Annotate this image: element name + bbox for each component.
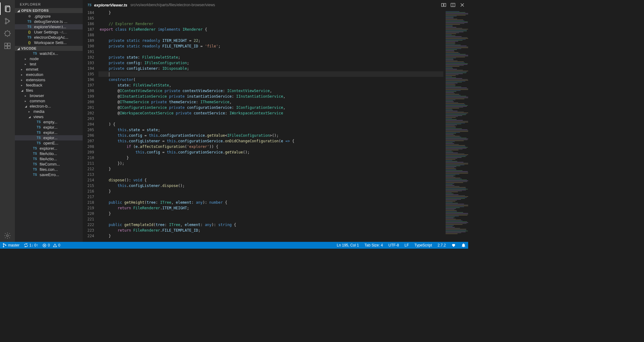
extensions-activity-icon[interactable] — [0, 40, 15, 52]
debug-activity-icon[interactable] — [0, 27, 15, 40]
tree-folder[interactable]: ▸node — [15, 56, 83, 61]
open-editors-label: OPEN EDITORS — [21, 9, 49, 12]
tree-file[interactable]: TSexplor... — [15, 125, 83, 130]
chevron-icon: ▸ — [21, 68, 24, 71]
tree-item-label: common — [30, 99, 45, 103]
tree-folder[interactable]: ◢views — [15, 114, 83, 119]
ts-file-icon: TS — [32, 168, 38, 171]
scm-activity-icon[interactable] — [0, 15, 15, 27]
open-editor-item[interactable]: TSdebugService.ts ... — [15, 19, 83, 24]
json-file-icon: {} — [26, 41, 33, 44]
svg-point-2 — [5, 18, 7, 20]
tree-item-label: openE... — [43, 141, 58, 145]
gear-file-icon: ⚙ — [26, 15, 33, 18]
editor-body[interactable]: 1841851861871881891901911921931941951961… — [83, 10, 468, 242]
tree-file[interactable]: TSopenE... — [15, 140, 83, 146]
file-name: electronDebugAc... — [34, 35, 68, 40]
tree-file[interactable]: TSfiles.con... — [15, 167, 83, 172]
explorer-sidebar: EXPLORER ◢ OPEN EDITORS ⚙.gitignoreTSdeb… — [15, 0, 83, 242]
file-name: debugService.ts ... — [34, 19, 67, 24]
chevron-icon: ◢ — [21, 89, 24, 92]
svg-rect-9 — [8, 46, 10, 49]
language-mode-status[interactable]: TypeScript — [415, 243, 432, 247]
tree-file[interactable]: TSsaveErro... — [15, 172, 83, 177]
problems-status[interactable]: 0 0 — [42, 243, 60, 247]
tree-folder[interactable]: ▸common — [15, 98, 83, 104]
workspace-header[interactable]: ◢ VSCODE — [15, 46, 83, 51]
tab-path: src/vs/workbench/parts/files/electron-br… — [130, 3, 215, 7]
minimap[interactable] — [443, 10, 468, 242]
workspace-label: VSCODE — [21, 47, 37, 50]
tab-size-status[interactable]: Tab Size: 4 — [364, 243, 383, 247]
editor-tab[interactable]: TS explorerViewer.ts src/vs/workbench/pa… — [86, 3, 215, 7]
ts-file-icon: TS — [26, 20, 33, 23]
svg-point-3 — [5, 23, 7, 24]
tree-folder[interactable]: ▸test — [15, 61, 83, 67]
tree-file[interactable]: TSexplorer... — [15, 146, 83, 151]
activity-bar — [0, 0, 15, 242]
feedback-icon[interactable] — [451, 243, 456, 247]
tree-file[interactable]: TSwatchEx... — [15, 51, 83, 56]
open-editor-item[interactable]: {}User Settings~/L... — [15, 29, 83, 35]
code-content[interactable]: } // Explorer Rendererexport class FileR… — [98, 10, 443, 242]
tree-item-label: explor... — [43, 125, 58, 130]
file-path: ~/L... — [59, 30, 67, 34]
tree-file[interactable]: TSfileActio... — [15, 156, 83, 162]
open-editor-item[interactable]: TSexplorerViewer.t... — [15, 24, 83, 29]
tree-folder[interactable]: ◢files — [15, 88, 83, 93]
file-name: .gitignore — [34, 14, 50, 19]
tree-item-label: extensions — [26, 78, 45, 82]
chevron-icon: ◢ — [25, 105, 28, 108]
file-name: Workspace Setti... — [34, 40, 67, 45]
open-editor-item[interactable]: ⚙.gitignore — [15, 14, 83, 19]
git-branch-status[interactable]: master — [2, 243, 20, 247]
chevron-down-icon: ◢ — [17, 9, 20, 12]
eol-status[interactable]: LF — [405, 243, 409, 247]
tree-item-label: views — [33, 114, 44, 119]
cursor-position-status[interactable]: Ln 195, Col 1 — [337, 243, 359, 247]
svg-rect-11 — [442, 3, 443, 7]
encoding-status[interactable]: UTF-8 — [389, 243, 399, 247]
svg-point-15 — [3, 243, 4, 244]
close-editor-icon[interactable] — [459, 2, 466, 8]
compare-changes-icon[interactable] — [440, 2, 447, 8]
tree-folder[interactable]: ▸feedback — [15, 82, 83, 88]
tree-folder[interactable]: ▸browser — [15, 93, 83, 98]
tree-folder[interactable]: ▸media — [15, 109, 83, 114]
svg-rect-6 — [5, 43, 7, 46]
ts-version-status[interactable]: 2.7.2 — [437, 243, 446, 247]
open-editor-item[interactable]: TSelectronDebugAc... — [15, 35, 83, 40]
sync-status[interactable]: 1↓ 0↑ — [24, 243, 38, 247]
tree-file[interactable]: TSexplor... — [15, 135, 83, 140]
chevron-icon: ▸ — [21, 84, 24, 87]
file-tree: TSwatchEx...▸node▸test▸emmet▸execution▸e… — [15, 51, 83, 242]
open-editor-item[interactable]: {}Workspace Setti... — [15, 40, 83, 45]
split-editor-icon[interactable] — [450, 2, 456, 8]
open-editors-header[interactable]: ◢ OPEN EDITORS — [15, 8, 83, 13]
tree-folder[interactable]: ▸emmet — [15, 67, 83, 72]
notifications-icon[interactable] — [461, 243, 466, 247]
tree-folder[interactable]: ▸execution — [15, 72, 83, 77]
ts-file-icon: TS — [32, 162, 38, 166]
tree-folder[interactable]: ◢electron-b... — [15, 104, 83, 109]
ts-file-icon: TS — [35, 126, 42, 129]
svg-point-5 — [5, 31, 10, 36]
ts-file-icon: TS — [35, 136, 42, 140]
tree-item-label: files.con... — [40, 167, 58, 172]
ts-file-icon: TS — [32, 52, 38, 55]
tree-file[interactable]: TSexplor... — [15, 130, 83, 135]
settings-gear-icon[interactable] — [0, 229, 15, 242]
sync-text: 1↓ 0↑ — [29, 243, 38, 247]
svg-point-4 — [8, 20, 10, 22]
explorer-activity-icon[interactable] — [0, 2, 15, 15]
ts-file-icon: TS — [32, 152, 38, 155]
ts-file-icon: TS — [32, 157, 38, 161]
tree-file[interactable]: TSempty... — [15, 119, 83, 125]
tree-folder[interactable]: ▸extensions — [15, 77, 83, 82]
tree-file[interactable]: TSfileComm... — [15, 162, 83, 167]
status-bar: master 1↓ 0↑ 0 0 Ln 195, Col 1 Tab Size:… — [0, 242, 468, 249]
tree-file[interactable]: TSfileActio... — [15, 151, 83, 156]
ts-file-icon: TS — [32, 147, 38, 150]
errors-count: 0 — [48, 243, 50, 247]
open-editors-list: ⚙.gitignoreTSdebugService.ts ...TSexplor… — [15, 13, 83, 46]
